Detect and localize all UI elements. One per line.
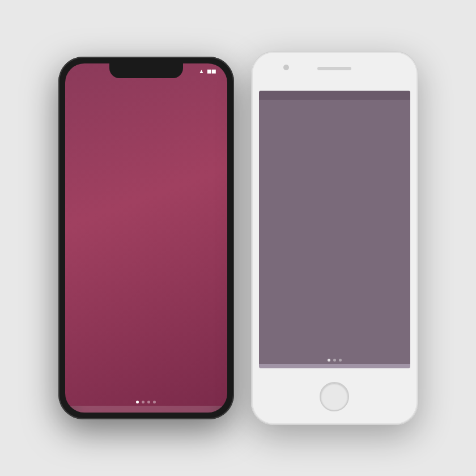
dot-1 [136, 401, 139, 403]
iphone-8 [251, 51, 418, 425]
iphone-x-dock [69, 406, 224, 413]
dot-4 [153, 401, 156, 403]
iphone-8-content [259, 91, 410, 368]
iphone-8-statusbar [259, 91, 410, 100]
iphone-x: ▲ ◼◼ [58, 57, 234, 419]
i8-dot-3 [339, 359, 342, 362]
dot-3 [147, 401, 150, 403]
i8-dot-2 [333, 359, 336, 362]
iphone-8-camera [283, 65, 289, 70]
iphone-x-screen: ▲ ◼◼ [65, 63, 227, 413]
iphone-x-notch [109, 63, 183, 78]
iphone-8-screen [259, 91, 410, 368]
iphone-x-page-dots [65, 398, 227, 406]
iphone-8-page-dots [259, 356, 410, 364]
iphone-8-dock [259, 364, 410, 368]
iphone-8-app-grid [259, 100, 410, 356]
iphone-x-status-icons: ▲ ◼◼ [199, 68, 216, 74]
iphone-8-speaker [317, 67, 351, 70]
iphone-x-content [65, 83, 227, 413]
dot-2 [142, 401, 144, 403]
i8-dot-1 [328, 359, 330, 362]
iphone-8-home-button[interactable] [320, 382, 349, 411]
iphone-x-app-grid [65, 83, 227, 398]
